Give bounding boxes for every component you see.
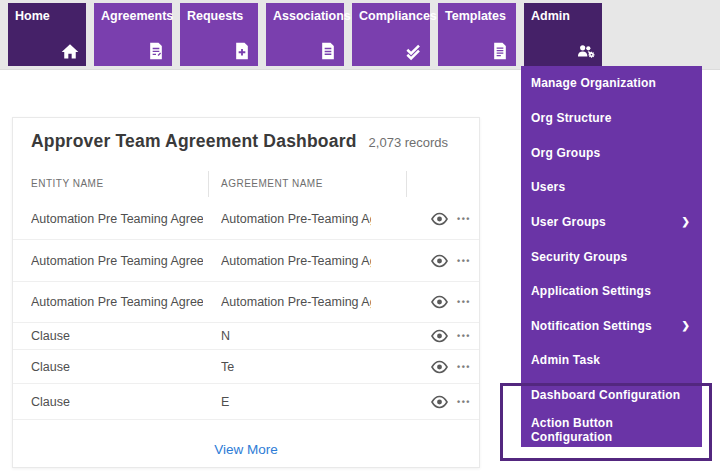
menu-item-user-groups[interactable]: User Groups ❯ (521, 205, 702, 240)
nav-tile-label: Compliances (359, 9, 437, 23)
menu-item-security-groups[interactable]: Security Groups (521, 239, 702, 274)
view-eye-icon[interactable] (430, 359, 449, 374)
view-more-link[interactable]: View More (214, 442, 278, 457)
card-header: Approver Team Agreement Dashboard 2,073 … (31, 131, 448, 152)
top-nav: Home Agreements Requests (0, 0, 720, 70)
agreement-document-icon (146, 41, 166, 61)
dashboard-card: Approver Team Agreement Dashboard 2,073 … (12, 117, 480, 468)
entity-name-cell: Automation Pre Teaming Agree... (31, 212, 203, 226)
nav-tile-templates[interactable]: Templates (438, 3, 516, 66)
double-check-icon (404, 41, 424, 61)
nav-tile-label: Agreements (101, 9, 173, 23)
table-row: Clause Te ••• (13, 350, 479, 384)
table-row: Clause E ••• (13, 384, 479, 420)
nav-tile-label: Associations (273, 9, 351, 23)
menu-item-manage-organization[interactable]: Manage Organization (521, 66, 702, 101)
entity-name-cell: Automation Pre Teaming Agree... (31, 295, 203, 309)
nav-tile-label: Templates (445, 9, 506, 23)
submenu-arrow-icon: ❯ (681, 320, 690, 331)
view-eye-icon[interactable] (430, 329, 449, 344)
view-eye-icon[interactable] (430, 253, 449, 268)
view-eye-icon[interactable] (430, 394, 449, 409)
agreement-name-cell: Automation Pre-Teaming Agreeme... (221, 254, 371, 268)
more-actions-button[interactable]: ••• (457, 298, 471, 307)
more-actions-button[interactable]: ••• (457, 362, 471, 371)
agreement-name-cell: N (221, 329, 371, 343)
file-lines-icon (318, 41, 338, 61)
menu-item-action-button-configuration[interactable]: Action Button Configuration (521, 412, 702, 447)
agreement-name-cell: Automation Pre-Teaming Agreeme... (221, 212, 371, 226)
entity-name-cell: Clause (31, 395, 203, 409)
admin-users-gear-icon (576, 41, 596, 61)
table-row: Clause N ••• (13, 323, 479, 350)
nav-tile-home[interactable]: Home (8, 3, 86, 66)
table-row: Automation Pre Teaming Agree... Automati… (13, 282, 479, 323)
column-header-entity-name: ENTITY NAME (31, 178, 104, 189)
home-icon (60, 41, 80, 61)
entity-name-cell: Automation Pre Teaming Agree... (31, 254, 203, 268)
nav-tile-compliances[interactable]: Compliances (352, 3, 430, 66)
nav-tile-label: Home (15, 9, 50, 23)
table-row: Automation Pre Teaming Agree... Automati… (13, 198, 479, 240)
table-row: Automation Pre Teaming Agree... Automati… (13, 240, 479, 282)
table-body: Automation Pre Teaming Agree... Automati… (13, 198, 479, 420)
agreement-name-cell: Te (221, 360, 371, 374)
more-actions-button[interactable]: ••• (457, 332, 471, 341)
submenu-arrow-icon: ❯ (681, 216, 690, 227)
file-plus-icon (232, 41, 252, 61)
more-actions-button[interactable]: ••• (457, 397, 471, 406)
menu-item-org-structure[interactable]: Org Structure (521, 101, 702, 136)
agreement-name-cell: Automation Pre-Teaming Agreeme... (221, 295, 371, 309)
column-divider (406, 171, 407, 197)
nav-tile-associations[interactable]: Associations (266, 3, 344, 66)
page-title: Approver Team Agreement Dashboard (31, 131, 357, 152)
menu-item-application-settings[interactable]: Application Settings (521, 274, 702, 309)
menu-item-dashboard-configuration[interactable]: Dashboard Configuration (521, 378, 702, 413)
entity-name-cell: Clause (31, 360, 203, 374)
column-header-agreement-name: AGREEMENT NAME (221, 178, 323, 189)
entity-name-cell: Clause (31, 329, 203, 343)
records-count: 2,073 records (369, 135, 449, 150)
nav-tile-label: Requests (187, 9, 243, 23)
table-header: ENTITY NAME AGREEMENT NAME (13, 169, 479, 198)
menu-item-org-groups[interactable]: Org Groups (521, 135, 702, 170)
more-actions-button[interactable]: ••• (457, 256, 471, 265)
menu-item-notification-settings[interactable]: Notification Settings ❯ (521, 308, 702, 343)
column-divider (208, 171, 209, 197)
nav-tile-agreements[interactable]: Agreements (94, 3, 172, 66)
menu-item-users[interactable]: Users (521, 170, 702, 205)
view-eye-icon[interactable] (430, 295, 449, 310)
agreement-name-cell: E (221, 395, 371, 409)
more-actions-button[interactable]: ••• (457, 214, 471, 223)
menu-item-admin-task[interactable]: Admin Task (521, 343, 702, 378)
admin-dropdown-menu: Manage Organization Org Structure Org Gr… (521, 66, 702, 447)
nav-tile-label: Admin (531, 9, 570, 23)
view-eye-icon[interactable] (430, 211, 449, 226)
nav-tiles: Home Agreements Requests (8, 3, 602, 66)
app-window: Home Agreements Requests (0, 0, 720, 472)
nav-tile-requests[interactable]: Requests (180, 3, 258, 66)
nav-tile-admin[interactable]: Admin (524, 3, 602, 66)
template-file-icon (490, 41, 510, 61)
